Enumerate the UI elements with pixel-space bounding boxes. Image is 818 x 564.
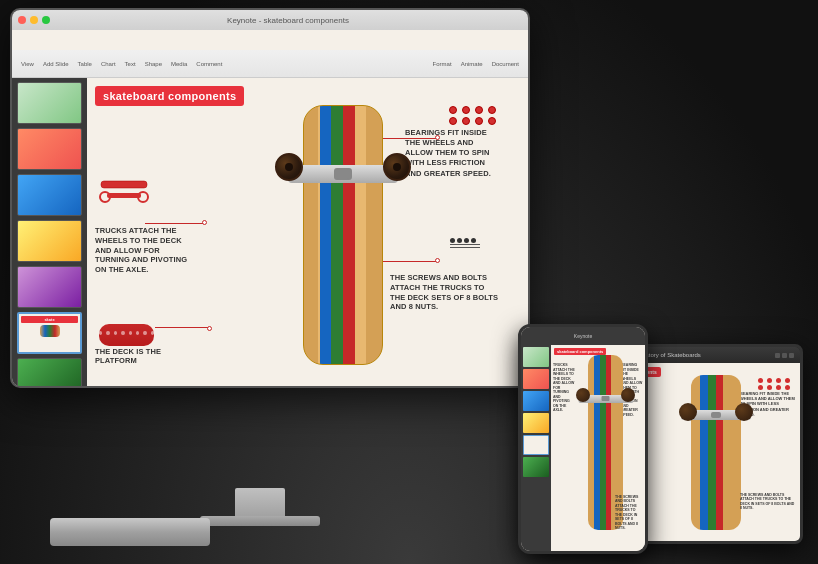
monitor: Keynote - skateboard components View Add…: [10, 8, 530, 388]
truck-icon: [99, 173, 149, 217]
wheel-top-right: [383, 153, 411, 181]
phone-slide-title: skateboard components: [554, 348, 606, 355]
slide-content: skateboard components BEARINGS FIT INS: [87, 78, 528, 386]
phone-slide-2[interactable]: [523, 369, 549, 389]
slide-thumb-5[interactable]: [17, 266, 82, 308]
slide-thumb-1[interactable]: [17, 82, 82, 124]
tablet-skateboard: [641, 375, 790, 536]
tablet-wheel-right: [735, 403, 753, 421]
svg-rect-2: [107, 193, 141, 198]
deck-dot: [121, 331, 124, 335]
toolbar-shape[interactable]: Shape: [142, 60, 165, 68]
wheel-top-left: [275, 153, 303, 181]
deck-dot: [106, 331, 109, 335]
phone-slide-4[interactable]: [523, 413, 549, 433]
tablet-wheel-left: [679, 403, 697, 421]
window-title: Keynote - skateboard components: [54, 16, 522, 25]
svg-rect-0: [101, 181, 147, 188]
toolbar-animate[interactable]: Animate: [458, 60, 486, 68]
minimize-button[interactable]: [30, 16, 38, 24]
deck-dot: [114, 331, 117, 335]
phone-screen: Keynote skateboard components TRUCKS ATT…: [521, 327, 645, 551]
slide-thumb-2[interactable]: [17, 128, 82, 170]
toolbar-document[interactable]: Document: [489, 60, 522, 68]
toolbar-chart[interactable]: Chart: [98, 60, 119, 68]
tablet-screws-text: THE SCREWS AND BOLTS ATTACH THE TRUCKS T…: [740, 493, 795, 511]
phone-sidebar: [521, 345, 551, 551]
close-button[interactable]: [18, 16, 26, 24]
monitor-stand-neck: [235, 488, 285, 518]
truck-upper: [288, 165, 398, 183]
toolbar-media[interactable]: Media: [168, 60, 190, 68]
deck-annotation-text: THE DECK IS THE PLATFORM: [95, 347, 175, 367]
phone-title: Keynote: [574, 333, 592, 339]
skateboard-image: [187, 88, 498, 381]
phone-wheel-left: [576, 388, 590, 402]
phone-slide-5-active[interactable]: [523, 435, 549, 455]
toolbar-table[interactable]: Table: [75, 60, 95, 68]
mac-mini: [50, 518, 210, 546]
slide-thumb-4[interactable]: [17, 220, 82, 262]
slide-thumb-7[interactable]: [17, 358, 82, 386]
toolbar-view[interactable]: View: [18, 60, 37, 68]
phone-screws-text: THE SCREWS AND BOLTS ATTACH THE TRUCKS T…: [615, 495, 643, 531]
deck-dot: [136, 331, 139, 335]
deck-dot: [143, 331, 146, 335]
toolbar-comment[interactable]: Comment: [193, 60, 225, 68]
maximize-button[interactable]: [42, 16, 50, 24]
phone-slide-1[interactable]: [523, 347, 549, 367]
deck-dot: [151, 331, 154, 335]
phone: Keynote skateboard components TRUCKS ATT…: [518, 324, 648, 554]
phone-slide-6[interactable]: [523, 457, 549, 477]
slide-thumb-3[interactable]: [17, 174, 82, 216]
trucks-annotation-text: TRUCKS ATTACH THE WHEELS TO THE DECK AND…: [95, 226, 190, 275]
slide-canvas: skateboard components BEARINGS FIT INS: [87, 78, 528, 386]
tablet-deck: [691, 375, 741, 530]
skateboard: [283, 105, 403, 365]
phone-titlebar: Keynote: [521, 327, 645, 345]
toolbar-add[interactable]: Add Slide: [40, 60, 72, 68]
toolbar-format[interactable]: Format: [430, 60, 455, 68]
phone-slide-3[interactable]: [523, 391, 549, 411]
deck-dot: [129, 331, 132, 335]
keynote-toolbar: View Add Slide Table Chart Text Shape Me…: [12, 50, 528, 78]
deck: [303, 105, 383, 365]
slide-panel: skate: [12, 78, 87, 386]
slide-thumb-6-active[interactable]: skate: [17, 312, 82, 354]
deck-dot: [99, 331, 102, 335]
toolbar-text[interactable]: Text: [122, 60, 139, 68]
phone-main-canvas: skateboard components TRUCKS ATTACH THE …: [551, 345, 645, 551]
monitor-screen: View Add Slide Table Chart Text Shape Me…: [12, 30, 528, 386]
macos-titlebar: Keynote - skateboard components: [12, 10, 528, 30]
deck-icon: [99, 324, 154, 346]
phone-content: skateboard components TRUCKS ATTACH THE …: [521, 345, 645, 551]
monitor-stand-base: [200, 516, 320, 526]
phone-wheel-right: [621, 388, 635, 402]
